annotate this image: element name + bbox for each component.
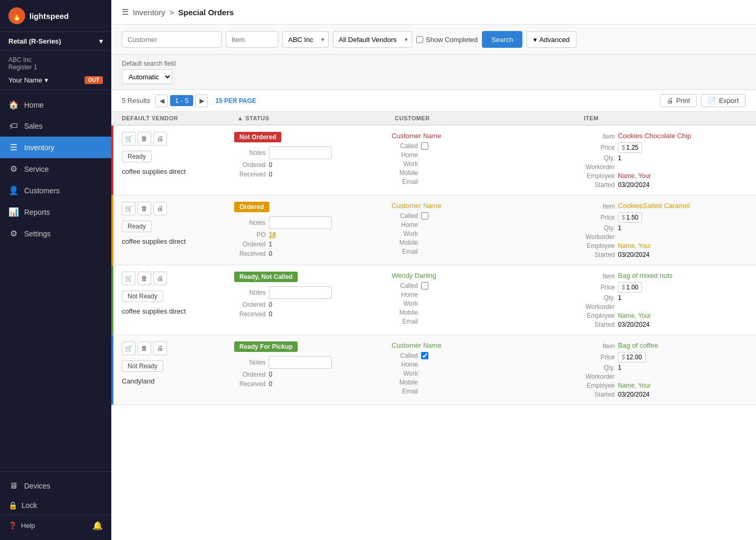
search-button[interactable]: Search <box>482 31 522 48</box>
sidebar-item-customers[interactable]: 👤 Customers <box>0 180 111 201</box>
lock-label: Lock <box>22 501 37 510</box>
show-completed-checkbox[interactable] <box>416 36 423 43</box>
ordered-row: Ordered 0 <box>234 161 381 169</box>
started-row: Started 03/20/2024 <box>581 251 751 258</box>
received-row: Received 0 <box>234 171 381 178</box>
default-search-label: Default search field <box>122 60 746 67</box>
page-range[interactable]: 1 - 5 <box>170 95 193 106</box>
called-checkbox[interactable] <box>421 142 428 150</box>
page-prev-button[interactable]: ◀ <box>155 95 168 107</box>
item-search-input[interactable] <box>226 31 278 48</box>
workorder-row: Workorder <box>581 373 751 380</box>
employee-link[interactable]: Name, Your <box>618 312 651 319</box>
status-badge: Ready For Pickup <box>234 341 298 352</box>
customer-col: Customer Name Called Home Work Mobile Em… <box>386 195 575 265</box>
print-row-button[interactable]: 🖨 <box>153 341 167 355</box>
notes-input[interactable] <box>269 356 332 369</box>
print-row-button[interactable]: 🖨 <box>153 272 167 285</box>
shop-select[interactable]: ABC Inc <box>282 31 329 48</box>
sidebar-item-inventory[interactable]: ☰ Inventory <box>0 137 111 158</box>
started-value: 03/20/2024 <box>618 181 649 189</box>
called-checkbox[interactable] <box>421 352 428 359</box>
col-header-status[interactable]: ▲ STATUS <box>237 115 395 121</box>
item-name-link[interactable]: Cookies Chocolate Chip <box>618 132 691 140</box>
called-checkbox[interactable] <box>421 282 428 289</box>
mobile-row: Mobile <box>392 169 570 176</box>
qty-row: Qty. 1 <box>581 154 751 162</box>
default-search-select[interactable]: Automatic <box>122 69 172 84</box>
retail-selector[interactable]: Retail (R-Series) ▾ <box>0 32 111 51</box>
started-row: Started 03/20/2024 <box>581 391 751 398</box>
status-badge: Ordered <box>234 202 269 212</box>
customer-search-input[interactable] <box>122 31 222 48</box>
customer-name-link[interactable]: Customer Name <box>392 341 570 349</box>
breadcrumb-parent[interactable]: Inventory <box>133 8 165 17</box>
ready-toggle-button[interactable]: Not Ready <box>122 360 163 372</box>
sales-icon: 🏷 <box>8 121 19 131</box>
called-row: Called <box>392 352 570 359</box>
customers-icon: 👤 <box>8 185 19 195</box>
notification-icon[interactable]: 🔔 <box>92 521 103 531</box>
row-actions: 🛒 🗑 🖨 <box>122 341 224 355</box>
employee-link[interactable]: Name, Your <box>618 382 651 389</box>
price-box: $1.00 <box>618 282 642 293</box>
print-button[interactable]: 🖨 Print <box>660 94 697 107</box>
sidebar-item-service[interactable]: ⚙ Service <box>0 158 111 180</box>
notes-input[interactable] <box>269 216 332 229</box>
mobile-row: Mobile <box>392 309 570 316</box>
vendor-select[interactable]: All Default Vendors <box>333 31 412 48</box>
vendor-name: Candyland <box>122 377 224 385</box>
trash-button[interactable]: 🗑 <box>138 132 151 146</box>
settings-icon: ⚙ <box>8 229 19 238</box>
sidebar-bottom: 🖥 Devices 🔒 Lock ❓ Help 🔔 <box>0 471 111 540</box>
print-row-button[interactable]: 🖨 <box>153 132 167 146</box>
customer-name-link[interactable]: Wendy Darling <box>392 272 570 279</box>
item-name-link[interactable]: Bag of coffee <box>618 341 658 349</box>
out-badge[interactable]: OUT <box>85 76 103 84</box>
notes-input[interactable] <box>269 286 332 299</box>
status-col: Ready, Not Called Notes Ordered 0 Receiv… <box>229 265 386 335</box>
email-row: Email <box>392 178 570 185</box>
called-checkbox[interactable] <box>421 212 428 220</box>
item-name-link[interactable]: CookiesSalted Caramel <box>618 202 690 210</box>
cart-button[interactable]: 🛒 <box>122 341 135 355</box>
page-next-button[interactable]: ▶ <box>195 95 208 107</box>
export-button[interactable]: 📄 Export <box>701 94 746 107</box>
ordered-value: 1 <box>269 241 272 248</box>
print-row-button[interactable]: 🖨 <box>153 202 167 215</box>
cart-button[interactable]: 🛒 <box>122 202 135 215</box>
customer-name-link[interactable]: Customer Name <box>392 132 570 140</box>
employee-link[interactable]: Name, Your <box>618 172 651 180</box>
item-name-link[interactable]: Bag of mixed nuts <box>618 272 673 279</box>
trash-button[interactable]: 🗑 <box>138 341 151 355</box>
lock-button[interactable]: 🔒 Lock <box>0 496 111 515</box>
per-page-button[interactable]: 15 PER PAGE <box>215 97 256 105</box>
user-name-button[interactable]: Your Name ▾ <box>8 76 48 84</box>
trash-button[interactable]: 🗑 <box>138 272 151 285</box>
ready-toggle-button[interactable]: Not Ready <box>122 290 163 302</box>
sidebar-item-devices[interactable]: 🖥 Devices <box>0 476 111 496</box>
cart-button[interactable]: 🛒 <box>122 272 135 285</box>
sidebar-item-sales[interactable]: 🏷 Sales <box>0 116 111 137</box>
po-link[interactable]: 10 <box>269 231 276 238</box>
sidebar-item-settings[interactable]: ⚙ Settings <box>0 223 111 244</box>
received-row: Received 0 <box>234 310 381 318</box>
cart-button[interactable]: 🛒 <box>122 132 135 146</box>
qty-row: Qty. 1 <box>581 224 751 232</box>
employee-link[interactable]: Name, Your <box>618 242 651 250</box>
item-col: Item Cookies Chocolate Chip Price $1.25 … <box>575 126 756 195</box>
item-name-row: Item Bag of mixed nuts <box>581 272 751 281</box>
customer-name-link[interactable]: Customer Name <box>392 202 570 210</box>
price-row: Price $1.50 <box>581 212 751 223</box>
notes-input[interactable] <box>269 147 332 159</box>
retail-selector-label: Retail (R-Series) <box>8 37 61 45</box>
ready-toggle-button[interactable]: Ready <box>122 151 152 162</box>
show-completed-label: Show Completed <box>416 36 478 44</box>
received-value: 0 <box>269 171 272 178</box>
help-button[interactable]: ❓ Help <box>8 522 35 529</box>
sidebar-item-home[interactable]: 🏠 Home <box>0 94 111 116</box>
sidebar-item-reports[interactable]: 📊 Reports <box>0 201 111 223</box>
ready-toggle-button[interactable]: Ready <box>122 221 152 232</box>
advanced-button[interactable]: ▾ Advanced <box>527 31 576 48</box>
trash-button[interactable]: 🗑 <box>138 202 151 215</box>
